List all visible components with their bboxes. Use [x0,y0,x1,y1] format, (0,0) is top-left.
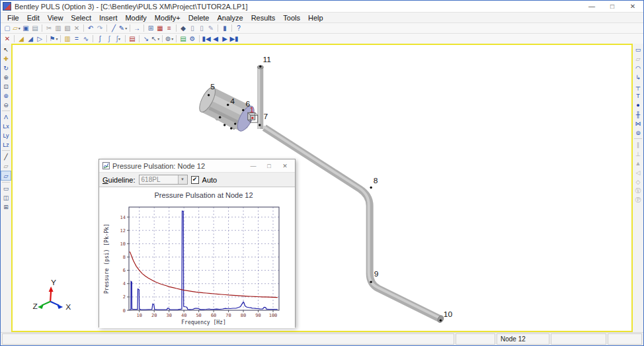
measure-line-icon[interactable]: ╱ [1,152,11,161]
guideline-combobox[interactable]: 618PL ▼ [139,175,188,185]
node-dot[interactable] [230,127,232,129]
undo-icon[interactable]: ↶ [86,24,95,32]
paste-icon[interactable]: ▧ [63,24,72,32]
archive-1-icon[interactable]: ▯ [188,24,197,32]
import-profile-2-icon[interactable]: ◢ [26,34,35,43]
pressure-pulsation-dialog[interactable]: Pressure Pulsation: Node 12 — □ ✕ Guidel… [99,159,296,327]
element-valve-icon[interactable]: ⋈ [633,119,643,128]
node-dot[interactable] [259,65,261,67]
close-button[interactable]: ✕ [624,1,641,11]
tools-settings-icon[interactable]: ⚙ [188,34,197,43]
redo-icon[interactable]: ↷ [95,24,104,32]
window-quad-icon[interactable]: ⊞ [1,202,11,211]
archive-2-icon[interactable]: ▯ [197,24,206,32]
chart-compare-icon[interactable]: = [72,34,81,43]
element-tee-icon[interactable]: ┬ [633,82,643,91]
element-bend-icon[interactable]: ◠ [633,64,643,72]
vcr-previous-icon[interactable]: ◀ [211,34,220,43]
select-arrow-icon[interactable]: ↖ [1,45,11,54]
search-options-icon[interactable]: ⊚▾ [165,34,174,43]
restraint-p-icon[interactable]: Ⓟ [633,196,643,204]
view-y-icon[interactable]: Ly [1,131,11,140]
chart-bars-icon[interactable]: ▥ [63,34,72,43]
minimize-button[interactable]: — [583,1,600,11]
node-dot[interactable] [219,116,221,118]
line-options-icon[interactable]: ✎▾ [118,24,128,32]
select-results-icon[interactable]: ↖▾ [151,34,160,43]
dialog-maximize-button[interactable]: □ [262,163,276,169]
node-label-10[interactable]: 10 [444,310,453,319]
restraint-limit-icon[interactable]: ◇ [633,177,643,186]
element-nozzle-icon[interactable]: T [633,91,643,100]
mode-shape-2-icon[interactable]: ʃ [104,34,114,43]
delete-icon[interactable]: ✕ [72,24,81,32]
save-file-icon[interactable]: ▣ [21,24,30,32]
node-dot[interactable] [242,109,244,111]
node-label-5[interactable]: 5 [210,82,215,91]
menu-select[interactable]: Select [67,14,95,22]
eraser-active-icon[interactable]: ▱ [1,171,11,181]
menu-edit[interactable]: Edit [23,14,44,22]
zoom-in-icon[interactable]: ⊕ [1,73,11,81]
node-label-1[interactable]: 1 [249,105,254,114]
edit-data-icon[interactable]: ✎ [206,24,216,32]
element-reducer-icon[interactable]: ▱ [633,54,643,63]
delete-results-icon[interactable]: ✕ [3,34,12,43]
node-dot[interactable] [370,281,372,283]
open-file-dropdown-icon[interactable]: ▾ [19,24,20,32]
view-z-icon[interactable]: Lz [1,140,11,149]
search-options-dropdown-icon[interactable]: ▾ [171,35,173,43]
help-icon[interactable]: ? [234,24,243,32]
view-x-icon[interactable]: Lx [1,122,11,130]
element-flange-icon[interactable]: ╫ [633,110,643,118]
notes-icon[interactable]: ▮ [220,24,229,32]
cut-icon[interactable]: ✂ [44,24,54,32]
menu-results[interactable]: Results [247,14,280,22]
mode-shape-3-dropdown-icon[interactable]: ▾ [118,35,120,43]
vcr-first-icon[interactable]: ▮◀ [202,34,211,43]
new-file-icon[interactable]: ▢ [3,24,12,32]
drawing-canvas[interactable]: 54617118910 Y X Z [11,44,633,332]
restraint-guide-icon[interactable]: ◁ [633,168,643,177]
dialog-title-bar[interactable]: Pressure Pulsation: Node 12 — □ ✕ [99,159,295,172]
zoom-out-icon[interactable]: ⊖ [1,101,11,109]
input-grid-icon[interactable]: ⊞ [146,24,155,32]
export-results-icon[interactable]: ↘ [141,34,151,43]
restraint-perpendicular-icon[interactable]: ⊥ [633,150,643,158]
import-profile-1-icon[interactable]: ◢ [17,34,26,43]
print-icon[interactable]: ▤ [30,24,40,32]
restore-button[interactable]: □ [604,1,621,11]
menu-view[interactable]: View [44,14,67,22]
restraint-v-icon[interactable]: Ⓥ [633,187,643,195]
menu-file[interactable]: File [3,14,23,22]
load-summary-icon[interactable]: ≡ [165,24,174,32]
run-analysis-icon[interactable]: ▷ [35,34,44,43]
node-dot[interactable] [227,104,229,106]
menu-tools[interactable]: Tools [279,14,304,22]
combo-dropdown-icon[interactable]: ▼ [178,175,187,184]
node-dot[interactable] [234,122,236,124]
window-single-icon[interactable]: ▭ [1,184,11,193]
node-dot[interactable] [440,320,442,322]
node-dot[interactable] [223,124,225,126]
rotate-view-icon[interactable]: ↻ [1,64,11,72]
eraser-icon[interactable]: ▱ [1,161,11,170]
node-label-9[interactable]: 9 [374,269,379,279]
node-dot[interactable] [208,94,210,96]
line-options-dropdown-icon[interactable]: ▾ [125,24,127,32]
flag-options-icon[interactable]: ⚑▾ [49,34,58,43]
menu-modify[interactable]: Modify+ [151,14,184,22]
vcr-last-icon[interactable]: ▶▮ [229,34,239,43]
dialog-minimize-button[interactable]: — [247,163,260,169]
node-dot[interactable] [259,124,261,126]
restraint-parallel-icon[interactable]: ∥ [633,140,643,149]
draw-line-icon[interactable]: ╱ [109,24,118,32]
pan-icon[interactable]: ✚ [1,54,11,63]
auto-checkbox[interactable]: ✔ [191,176,199,184]
menu-analyze[interactable]: Analyze [213,14,247,22]
mode-shape-1-icon[interactable]: ʃ [95,34,104,43]
flag-options-dropdown-icon[interactable]: ▾ [56,35,58,43]
element-pipe-icon[interactable]: ▭ [633,45,643,54]
vessel[interactable] [196,85,257,134]
node-label-7[interactable]: 7 [263,112,268,121]
